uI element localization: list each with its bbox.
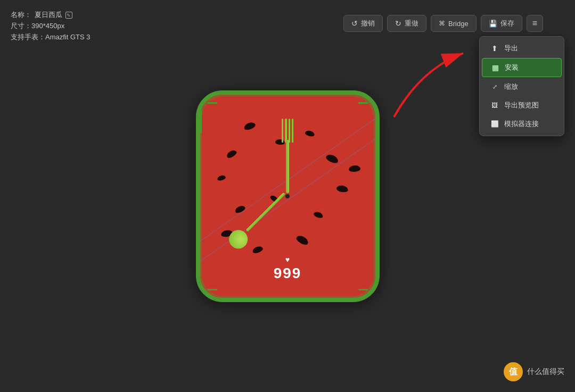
seed (325, 153, 340, 165)
corner-mark-bl-v (200, 114, 202, 123)
fork-head (282, 119, 293, 143)
export-preview-icon: 🖼 (490, 101, 499, 110)
export-icon: ⬆ (490, 44, 499, 53)
export-label: 导出 (504, 44, 518, 53)
seed (225, 149, 237, 160)
fork-handle (286, 140, 289, 193)
watermark: 值 什么值得买 (504, 362, 564, 381)
zoom-icon: ⤢ (490, 82, 499, 91)
corner-mark-tl-v (200, 95, 202, 104)
seed (336, 185, 349, 194)
corner-mark-tl-h (208, 102, 217, 104)
seed (349, 165, 361, 172)
watermark-text: 什么值得买 (527, 367, 564, 377)
watermark-logo: 值 (504, 362, 523, 381)
heart-icon: ♥ (200, 255, 375, 264)
corner-mark-tr-v (200, 104, 202, 114)
install-icon: ▦ (491, 63, 499, 72)
seed (305, 130, 315, 137)
seed (313, 211, 324, 219)
corner-mark-br-v (200, 123, 202, 133)
fork-hour-hand (282, 119, 293, 193)
simulator-icon: ⬜ (490, 120, 499, 128)
tine-2 (285, 119, 286, 143)
menu-item-export-preview[interactable]: 🖼 导出预览图 (482, 96, 562, 114)
menu-item-simulator[interactable]: ⬜ 模拟器连接 (482, 115, 562, 133)
watch-face: ♥ 999 (196, 90, 380, 302)
step-count: 999 (274, 265, 302, 281)
simulator-label: 模拟器连接 (504, 119, 539, 129)
corner-mark-br-h (358, 289, 368, 290)
spoon-handle (246, 192, 285, 231)
seed (295, 234, 310, 246)
dropdown-menu: ⬆ 导出 ▦ 安装 ⤢ 缩放 🖼 导出预览图 ⬜ 模拟器连接 (479, 36, 564, 136)
clock-center (285, 194, 290, 198)
menu-item-install[interactable]: ▦ 安装 (482, 58, 562, 77)
watermark-symbol: 值 (509, 366, 518, 378)
menu-item-export[interactable]: ⬆ 导出 (482, 39, 562, 57)
corner-mark-tr-h (358, 102, 368, 104)
zoom-label: 缩放 (504, 82, 518, 91)
tine-1 (282, 119, 283, 143)
seed (243, 121, 256, 131)
seed (217, 174, 226, 181)
install-label: 安装 (505, 63, 519, 72)
tine-3 (289, 119, 290, 143)
menu-item-zoom[interactable]: ⤢ 缩放 (482, 78, 562, 96)
seed (252, 245, 264, 254)
spoon-minute-hand (229, 190, 288, 248)
tine-4 (292, 119, 293, 143)
export-preview-label: 导出预览图 (504, 101, 539, 110)
corner-mark-bl-h (208, 289, 217, 290)
watch-bottom-info: ♥ 999 (200, 255, 375, 282)
